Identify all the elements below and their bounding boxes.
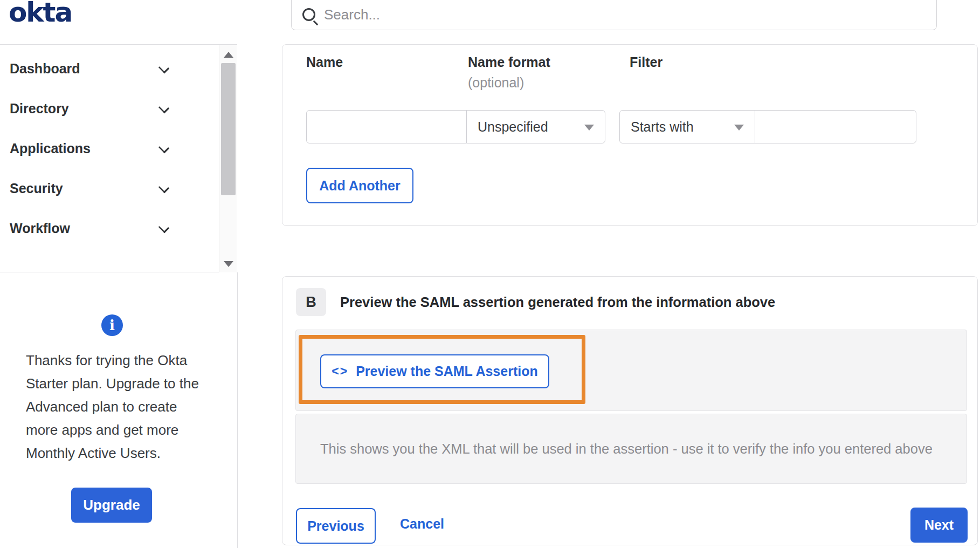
scroll-down-arrow-icon[interactable] [224,261,233,267]
plan-upsell-panel: i Thanks for trying the Okta Starter pla… [0,272,238,548]
sidebar-item-security[interactable]: Security [0,173,216,203]
previous-button[interactable]: Previous [296,508,376,544]
global-search[interactable] [291,0,937,30]
filter-type-select[interactable]: Starts with [619,110,755,143]
sidebar-item-applications[interactable]: Applications [0,133,216,163]
upsell-message: Thanks for trying the Okta Starter plan.… [26,349,206,465]
chevron-down-icon [158,182,169,193]
attribute-statements-panel: Name Name format (optional) Filter Unspe… [282,44,978,226]
dropdown-arrow-icon [734,125,744,131]
sidebar-item-directory[interactable]: Directory [0,93,216,124]
chevron-down-icon [158,142,169,153]
search-input[interactable] [324,6,890,23]
sidebar-item-dashboard[interactable]: Dashboard [0,53,216,84]
info-icon: i [101,314,123,336]
preview-section-title: Preview the SAML assertion generated fro… [340,294,775,310]
scroll-up-arrow-icon[interactable] [224,52,233,58]
attribute-name-input[interactable] [306,110,467,143]
okta-admin-screen: okta Dashboard Directory Applications Se… [0,0,980,548]
preview-saml-assertion-button-label: Preview the SAML Assertion [356,364,538,379]
upgrade-button[interactable]: Upgrade [71,488,152,523]
chevron-down-icon [158,222,169,233]
sidebar-item-label: Applications [10,141,91,156]
chevron-down-icon [158,63,169,73]
preview-button-area: <> Preview the SAML Assertion [295,330,967,411]
name-format-select-value: Unspecified [478,119,548,135]
name-format-column-label: Name format [468,54,550,70]
filter-column-label: Filter [630,54,662,70]
next-button[interactable]: Next [910,508,968,543]
sidebar-item-label: Workflow [10,221,70,236]
code-icon: <> [332,364,348,379]
search-icon [302,8,315,21]
step-b-badge: B [296,288,326,316]
preview-helper-area: This shows you the XML that will be used… [295,414,967,484]
cancel-button[interactable]: Cancel [400,516,444,532]
sidebar-nav: Dashboard Directory Applications Securit… [0,44,237,272]
name-format-optional-label: (optional) [468,75,524,91]
name-column-label: Name [306,54,343,70]
sidebar-item-label: Dashboard [10,61,80,77]
preview-assertion-panel: B Preview the SAML assertion generated f… [282,276,978,545]
add-another-button[interactable]: Add Another [306,168,413,203]
okta-logo: okta [9,0,72,28]
sidebar-item-workflow[interactable]: Workflow [0,213,216,243]
preview-helper-text: This shows you the XML that will be used… [320,441,933,457]
name-format-select[interactable]: Unspecified [466,110,605,143]
filter-value-input[interactable] [755,110,916,143]
preview-saml-assertion-button[interactable]: <> Preview the SAML Assertion [320,354,549,388]
filter-type-select-value: Starts with [631,119,694,135]
sidebar-item-label: Directory [10,101,69,117]
chevron-down-icon [158,102,169,113]
sidebar-scrollbar[interactable] [219,45,237,272]
sidebar-item-label: Security [10,181,63,196]
scrollbar-thumb[interactable] [221,63,236,195]
dropdown-arrow-icon [584,125,594,131]
